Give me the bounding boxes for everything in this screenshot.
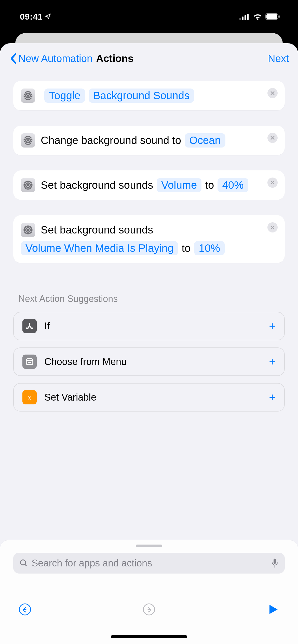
svg-rect-47: [31, 185, 33, 185]
svg-rect-61: [28, 225, 28, 227]
back-label: New Automation: [18, 53, 92, 64]
search-icon: [19, 559, 28, 567]
action-text: Set background sounds: [41, 224, 153, 236]
wifi-icon: [253, 13, 262, 20]
svg-rect-13: [31, 95, 33, 96]
svg-rect-2: [245, 15, 246, 20]
cellular-icon: [239, 13, 250, 20]
action-parameter-token[interactable]: Volume: [157, 178, 201, 192]
settings-app-icon: [21, 89, 35, 103]
settings-app-icon: [21, 133, 35, 148]
suggestion-row[interactable]: Choose from Menu+: [13, 347, 285, 376]
add-suggestion-button[interactable]: +: [269, 355, 276, 368]
var-icon: x: [22, 390, 37, 404]
svg-rect-44: [28, 181, 28, 182]
svg-rect-10: [28, 91, 28, 93]
svg-rect-53: [23, 185, 25, 185]
svg-rect-70: [23, 230, 25, 230]
action-parameter-token[interactable]: Toggle: [44, 89, 85, 103]
svg-rect-75: [26, 359, 33, 365]
svg-rect-50: [28, 188, 28, 190]
battery-icon: [265, 13, 280, 20]
add-suggestion-button[interactable]: +: [269, 391, 276, 404]
action-card[interactable]: ToggleBackground Sounds: [13, 81, 285, 110]
suggestion-label: If: [44, 321, 269, 332]
svg-rect-3: [247, 14, 249, 20]
run-button[interactable]: [266, 602, 280, 617]
page-title: Actions: [96, 53, 133, 64]
svg-rect-36: [23, 140, 25, 141]
suggestion-row[interactable]: If+: [13, 312, 285, 340]
actions-sheet: New Automation Actions Next ToggleBackgr…: [0, 43, 298, 644]
action-parameter-token[interactable]: Volume When Media Is Playing: [21, 241, 178, 255]
svg-point-78: [20, 560, 25, 565]
add-suggestion-button[interactable]: +: [269, 320, 276, 332]
back-button[interactable]: New Automation: [9, 53, 92, 64]
svg-rect-64: [31, 230, 33, 230]
next-button[interactable]: Next: [268, 53, 289, 64]
status-bar: 09:41: [0, 0, 298, 33]
status-time: 09:41: [20, 12, 43, 22]
svg-rect-6: [278, 15, 280, 18]
action-card[interactable]: Change background sound toOcean: [13, 126, 285, 155]
action-parameter-token[interactable]: 10%: [194, 241, 225, 255]
home-indicator[interactable]: [111, 635, 187, 638]
svg-rect-5: [266, 14, 277, 19]
action-text: Change background sound to: [41, 134, 181, 147]
svg-rect-19: [23, 95, 25, 96]
action-parameter-token[interactable]: 40%: [218, 178, 248, 192]
undo-button[interactable]: [18, 602, 32, 617]
redo-button[interactable]: [142, 602, 156, 617]
remove-action-button[interactable]: [267, 178, 278, 188]
navigation-bar: New Automation Actions Next: [0, 43, 298, 74]
menu-icon: [22, 355, 37, 369]
svg-rect-67: [28, 233, 28, 235]
if-icon: [22, 319, 37, 333]
svg-rect-33: [28, 144, 28, 145]
action-card[interactable]: Set background soundsVolumeto40%: [13, 170, 285, 200]
action-parameter-token[interactable]: Background Sounds: [89, 89, 194, 103]
suggestion-row[interactable]: xSet Variable+: [13, 383, 285, 412]
svg-rect-16: [28, 99, 28, 100]
sheet-grabber[interactable]: [136, 545, 162, 547]
svg-rect-30: [31, 140, 33, 141]
svg-rect-27: [28, 136, 28, 137]
suggestion-label: Choose from Menu: [44, 356, 269, 367]
suggestions-heading: Next Action Suggestions: [18, 294, 285, 304]
remove-action-button[interactable]: [267, 133, 278, 143]
action-card[interactable]: Set background soundsVolume When Media I…: [13, 215, 285, 263]
remove-action-button[interactable]: [267, 88, 278, 98]
action-text: Set background sounds: [41, 179, 153, 191]
search-placeholder: Search for apps and actions: [32, 558, 267, 569]
svg-line-79: [25, 564, 26, 566]
remove-action-button[interactable]: [267, 222, 278, 232]
settings-app-icon: [21, 178, 35, 192]
svg-marker-84: [269, 605, 278, 614]
action-text: to: [182, 242, 191, 254]
action-parameter-token[interactable]: Ocean: [185, 133, 225, 148]
search-input[interactable]: Search for apps and actions: [13, 553, 285, 574]
search-sheet[interactable]: Search for apps and actions: [0, 540, 298, 644]
suggestion-label: Set Variable: [44, 392, 269, 403]
svg-rect-0: [239, 18, 241, 20]
action-text: to: [205, 179, 214, 191]
microphone-icon[interactable]: [271, 558, 279, 568]
svg-rect-80: [274, 559, 276, 564]
settings-app-icon: [21, 223, 35, 237]
location-icon: [45, 13, 51, 20]
svg-rect-1: [242, 17, 243, 20]
